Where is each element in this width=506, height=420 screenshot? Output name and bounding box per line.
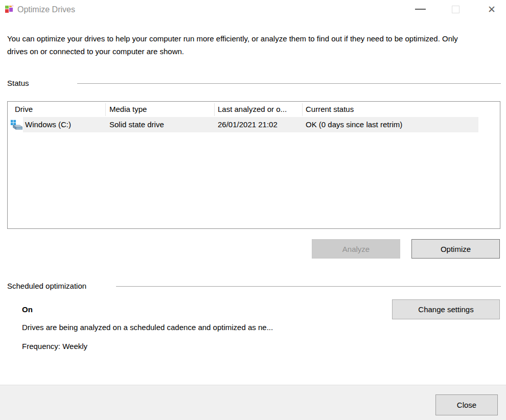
cell-media-type: Solid state drive	[109, 117, 164, 132]
scheduled-frequency: Frequency: Weekly	[22, 342, 87, 351]
column-header-media-type[interactable]: Media type	[109, 102, 212, 117]
cell-current-status: OK (0 days since last retrim)	[306, 117, 402, 132]
column-separator	[302, 103, 303, 116]
titlebar: Optimize Drives ✕	[0, 0, 506, 19]
scheduled-description: Drives are being analyzed on a scheduled…	[22, 323, 273, 332]
footer	[0, 385, 506, 420]
window-title: Optimize Drives	[17, 0, 75, 19]
scheduled-optimization-label: Scheduled optimization	[7, 282, 86, 290]
close-window-button[interactable]: ✕	[481, 1, 502, 17]
column-header-current-status[interactable]: Current status	[306, 102, 495, 117]
column-separator	[214, 103, 215, 116]
close-icon: ✕	[488, 4, 496, 15]
maximize-button[interactable]	[446, 2, 465, 16]
status-divider	[77, 83, 501, 84]
cell-last-analyzed: 26/01/2021 21:02	[218, 117, 278, 132]
column-header-drive[interactable]: Drive	[15, 102, 102, 117]
optimize-drives-app-icon	[4, 4, 14, 14]
optimize-button[interactable]: Optimize	[411, 239, 500, 259]
system-drive-icon	[10, 119, 22, 131]
drives-list-header: Drive Media type Last analyzed or o... C…	[8, 102, 500, 117]
minimize-button[interactable]	[411, 2, 429, 16]
status-section-label: Status	[7, 79, 29, 87]
scheduled-state: On	[22, 305, 33, 314]
column-separator	[105, 103, 106, 116]
drives-list: Drive Media type Last analyzed or o... C…	[7, 101, 500, 229]
minimize-icon	[415, 9, 426, 10]
optimize-drives-window: Optimize Drives ✕ You can optimize your …	[0, 0, 506, 420]
description-text: You can optimize your drives to help you…	[7, 32, 472, 58]
scheduled-divider	[116, 286, 501, 287]
cell-drive-name: Windows (C:)	[25, 117, 71, 132]
change-settings-button[interactable]: Change settings	[392, 299, 500, 319]
drive-row[interactable]: Windows (C:) Solid state drive 26/01/202…	[8, 117, 500, 132]
column-header-last-analyzed[interactable]: Last analyzed or o...	[218, 102, 301, 117]
close-button[interactable]: Close	[435, 394, 498, 415]
analyze-button[interactable]: Analyze	[312, 239, 400, 259]
maximize-icon	[452, 6, 459, 13]
